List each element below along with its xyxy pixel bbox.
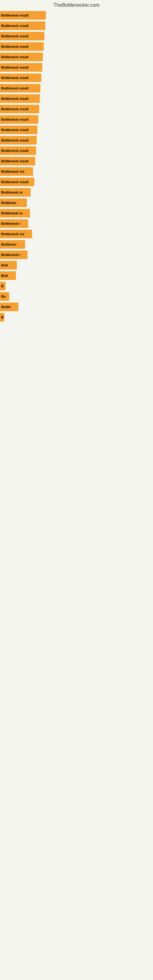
bar-row: Bottleneck result — [0, 115, 153, 124]
bar-row: Bottleneck result — [0, 41, 153, 51]
bar-row: Bottleneck result — [0, 10, 153, 20]
bar-row: Bottleneck re — [0, 188, 153, 197]
bottleneck-bar[interactable]: Bottleneck re — [0, 188, 30, 197]
bottleneck-bar[interactable]: Bottleneck result — [0, 146, 36, 155]
bar-row: Bottleneck result — [0, 146, 153, 156]
bottleneck-bar[interactable]: B — [0, 282, 5, 290]
bottleneck-bar[interactable]: Bottleneck r — [0, 219, 28, 228]
bar-row: Bottleneck re — [0, 208, 153, 218]
bottleneck-bar[interactable]: Bottleneck res — [0, 230, 32, 238]
bottleneck-bar[interactable]: Bottleneck res — [0, 167, 33, 176]
bottleneck-bar[interactable]: Bottleneck result — [0, 52, 43, 61]
bar-row: Bottleneck result — [0, 177, 153, 187]
bar-row: Bottleneck res — [0, 229, 153, 239]
bar-row: Bo — [0, 291, 153, 301]
bar-row: Bottleneck r — [0, 219, 153, 229]
bottleneck-bar[interactable]: Bo — [0, 292, 9, 301]
bar-row: Bottleneck result — [0, 104, 153, 114]
bottleneck-bar[interactable]: Bottleneck result — [0, 178, 34, 186]
bottleneck-bar[interactable]: Bottlenec — [0, 240, 25, 249]
bottleneck-bar[interactable]: Bottleneck result — [0, 115, 38, 124]
bottleneck-bar[interactable]: Bottlenec — [0, 199, 27, 207]
bottleneck-bar[interactable]: Bottleneck result — [0, 105, 39, 113]
bar-row: Bottleneck result — [0, 125, 153, 135]
bottleneck-bar[interactable]: Bottleneck result — [0, 126, 37, 134]
bar-row: Bottleneck result — [0, 135, 153, 145]
bottleneck-bar[interactable]: Bottleneck result — [0, 21, 45, 30]
bottleneck-bar[interactable]: Bottleneck re — [0, 209, 30, 218]
site-title: TheBottlenecker.com — [0, 0, 153, 9]
bar-row: Bottleneck res — [0, 167, 153, 177]
bar-row: Bottlenec — [0, 198, 153, 208]
bar-row: Bottlenec — [0, 240, 153, 249]
bottleneck-bar[interactable]: B — [0, 313, 4, 321]
bars-container: Bottleneck resultBottleneck resultBottle… — [0, 9, 153, 324]
bar-row: Bottleneck result — [0, 21, 153, 30]
bottleneck-bar[interactable]: Bottleneck result — [0, 63, 42, 72]
bottleneck-bar[interactable]: Bottleneck result — [0, 84, 40, 92]
bottleneck-bar[interactable]: Bottleneck result — [0, 94, 40, 103]
bottleneck-bar[interactable]: Bottleneck result — [0, 32, 45, 40]
bottleneck-bar[interactable]: Bottleneck result — [0, 42, 44, 51]
bar-row: B — [0, 312, 153, 322]
bar-row: Bottleneck result — [0, 156, 153, 166]
bottleneck-bar[interactable]: Bottle — [0, 302, 18, 311]
bar-row: Bottleneck result — [0, 94, 153, 103]
bar-row: Bottleneck r — [0, 250, 153, 260]
bottleneck-bar[interactable]: Bottleneck result — [0, 11, 46, 20]
bar-row: Bott — [0, 271, 153, 280]
bottleneck-bar[interactable]: Bottleneck result — [0, 136, 37, 145]
bottleneck-bar[interactable]: Bott — [0, 261, 17, 269]
bottleneck-bar[interactable]: Bottleneck result — [0, 73, 41, 82]
bar-row: Bottleneck result — [0, 31, 153, 41]
bar-row: Bott — [0, 260, 153, 270]
bottleneck-bar[interactable]: Bottleneck result — [0, 157, 35, 165]
bar-row: Bottleneck result — [0, 83, 153, 93]
bottleneck-bar[interactable]: Bott — [0, 271, 16, 280]
bar-row: B — [0, 281, 153, 291]
bottleneck-bar[interactable]: Bottleneck r — [0, 250, 27, 259]
bar-row: Bottle — [0, 302, 153, 312]
bar-row: Bottleneck result — [0, 52, 153, 62]
bar-row: Bottleneck result — [0, 62, 153, 72]
bar-row: Bottleneck result — [0, 73, 153, 83]
